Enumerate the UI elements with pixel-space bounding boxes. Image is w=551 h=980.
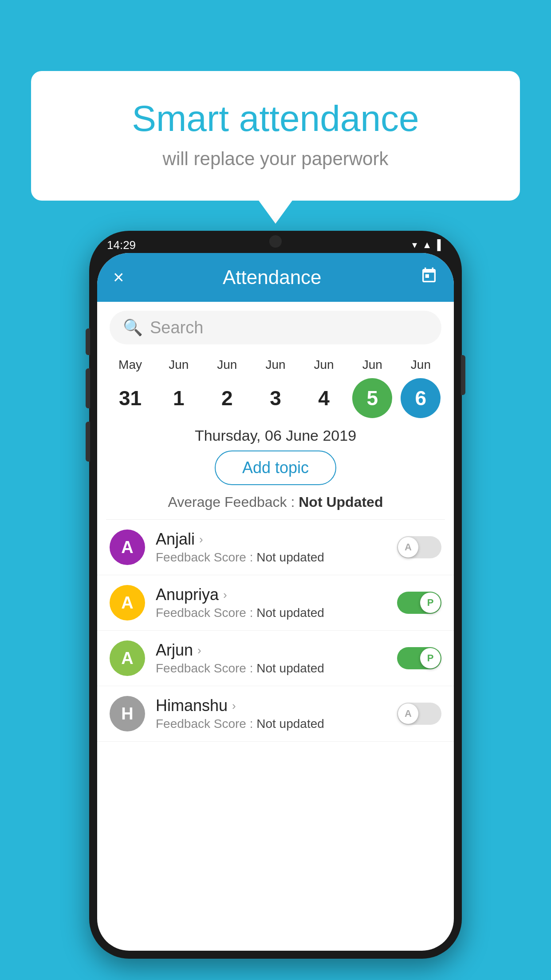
day-month: Jun [169,358,189,372]
student-info: Himanshu ›Feedback Score : Not updated [156,696,386,731]
student-feedback: Feedback Score : Not updated [156,550,386,565]
close-button[interactable]: × [113,267,124,288]
student-name: Anjali › [156,530,386,549]
search-icon: 🔍 [123,318,143,337]
student-avatar: A [110,640,145,676]
day-month: Jun [411,358,431,372]
chevron-icon: › [232,699,236,713]
student-row[interactable]: AAnjali ›Feedback Score : Not updatedA [97,520,454,575]
chevron-icon: › [197,644,201,657]
student-row[interactable]: HHimanshu ›Feedback Score : Not updatedA [97,686,454,742]
day-number: 1 [159,378,199,418]
speech-bubble-container: Smart attendance will replace your paper… [31,71,520,201]
feedback-value: Not updated [256,550,324,564]
phone-notch [240,231,311,251]
student-feedback: Feedback Score : Not updated [156,717,386,731]
phone-container: 14:29 ▾ ▲ ▌ × Attendance 🔍 [89,231,462,959]
toggle-knob: A [398,537,418,557]
phone-vol-down-button [86,422,90,462]
day-number: 6 [401,378,441,418]
day-number: 2 [207,378,247,418]
toggle-knob: A [398,703,418,724]
attendance-toggle[interactable]: P [397,592,441,614]
student-list: AAnjali ›Feedback Score : Not updatedAAA… [97,520,454,742]
toggle-knob: P [420,648,441,668]
student-feedback: Feedback Score : Not updated [156,606,386,620]
student-info: Arjun ›Feedback Score : Not updated [156,641,386,676]
student-info: Anjali ›Feedback Score : Not updated [156,530,386,565]
calendar-icon[interactable] [420,267,438,288]
attendance-toggle[interactable]: A [397,703,441,725]
main-title: Smart attendance [67,98,484,139]
student-avatar: A [110,585,145,620]
phone-screen: × Attendance 🔍 Search May31Jun1Jun2Jun3J… [97,253,454,951]
calendar-day[interactable]: Jun2 [207,358,247,418]
search-placeholder: Search [150,318,203,337]
calendar-day[interactable]: Jun4 [304,358,344,418]
day-month: Jun [217,358,237,372]
student-info: Anupriya ›Feedback Score : Not updated [156,585,386,620]
avg-feedback-value: Not Updated [299,494,383,510]
avg-feedback-label: Average Feedback : [168,494,299,510]
calendar-day[interactable]: Jun3 [256,358,295,418]
day-month: Jun [314,358,334,372]
attendance-toggle[interactable]: A [397,536,441,558]
attendance-toggle[interactable]: P [397,647,441,669]
feedback-value: Not updated [256,717,324,731]
chevron-icon: › [223,588,227,602]
feedback-value: Not updated [256,606,324,620]
subtitle: will replace your paperwork [67,148,484,170]
chevron-icon: › [199,533,203,546]
selected-date: Thursday, 06 June 2019 [97,418,454,450]
status-time: 14:29 [107,238,136,252]
student-avatar: A [110,530,145,565]
day-number: 5 [352,378,392,418]
calendar-day[interactable]: May31 [110,358,150,418]
student-name: Arjun › [156,641,386,660]
status-icons: ▾ ▲ ▌ [412,239,444,251]
day-number: 4 [304,378,344,418]
day-number: 31 [110,378,150,418]
phone-camera [269,235,282,248]
calendar-day[interactable]: Jun1 [159,358,199,418]
signal-icon: ▲ [422,239,432,251]
feedback-value: Not updated [256,661,324,675]
day-number: 3 [256,378,295,418]
student-feedback: Feedback Score : Not updated [156,661,386,676]
phone-power-button [461,355,465,395]
search-bar[interactable]: 🔍 Search [110,311,441,344]
battery-icon: ▌ [437,239,444,251]
day-month: Jun [362,358,382,372]
header-title: Attendance [223,266,322,288]
calendar-strip: May31Jun1Jun2Jun3Jun4Jun5Jun6 [97,353,454,418]
phone-mute-button [86,328,90,355]
toggle-knob: P [420,593,441,613]
calendar-day[interactable]: Jun5 [352,358,392,418]
calendar-day[interactable]: Jun6 [401,358,441,418]
student-row[interactable]: AArjun ›Feedback Score : Not updatedP [97,631,454,686]
phone-outer: 14:29 ▾ ▲ ▌ × Attendance 🔍 [89,231,462,959]
wifi-icon: ▾ [412,239,417,251]
student-row[interactable]: AAnupriya ›Feedback Score : Not updatedP [97,575,454,631]
student-name: Anupriya › [156,585,386,604]
day-month: May [118,358,142,372]
app-header: × Attendance [97,253,454,302]
student-name: Himanshu › [156,696,386,715]
avg-feedback: Average Feedback : Not Updated [97,494,454,510]
speech-bubble: Smart attendance will replace your paper… [31,71,520,201]
phone-vol-up-button [86,368,90,408]
student-avatar: H [110,696,145,731]
day-month: Jun [265,358,285,372]
add-topic-button[interactable]: Add topic [215,450,336,485]
